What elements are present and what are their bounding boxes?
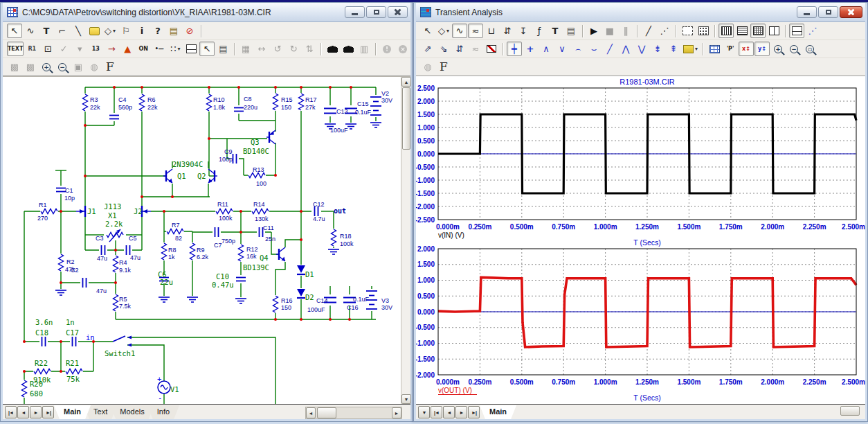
global-high[interactable]: ⋀: [618, 42, 633, 56]
properties[interactable]: ▤: [563, 24, 579, 38]
text-mode[interactable]: T: [39, 24, 54, 38]
line-mode[interactable]: ╲: [71, 24, 86, 38]
vip-display[interactable]: ✓: [56, 42, 71, 56]
vertical-scroll-thumb[interactable]: [402, 87, 410, 150]
analysis-titlebar[interactable]: Transient Analysis: [416, 3, 865, 22]
copy-to-clipboard[interactable]: ▩: [7, 60, 22, 74]
horizontal-scroll-track[interactable]: [316, 407, 392, 418]
horizontal-scroll-thumb[interactable]: [317, 407, 336, 418]
globe[interactable]: ◍: [420, 60, 435, 74]
schematic-horizontal-scrollbar[interactable]: ◄ ►: [305, 407, 402, 419]
power-display[interactable]: ▲: [120, 42, 135, 56]
next-tab-button[interactable]: ►: [455, 406, 467, 418]
node-snap[interactable]: •—: [152, 42, 167, 56]
digital-path[interactable]: ▤: [166, 24, 181, 38]
find-curve-dropdown-icon[interactable]: ▾: [446, 28, 449, 34]
help-badge[interactable]: !: [379, 42, 395, 56]
node-numbers[interactable]: ⊡: [40, 42, 55, 56]
select-all[interactable]: ▦: [238, 42, 253, 56]
border-display[interactable]: [183, 42, 199, 56]
select-mode[interactable]: ↖: [420, 24, 435, 38]
performance-tag[interactable]: ƒ: [532, 24, 547, 38]
x-axis-settings[interactable]: x↕: [739, 42, 754, 56]
camera[interactable]: ▣: [71, 60, 86, 74]
text-mode[interactable]: T: [548, 24, 563, 38]
zoom-out[interactable]: −: [55, 60, 70, 74]
panel-vertical[interactable]: [718, 24, 734, 38]
copy-picture[interactable]: ▩: [23, 60, 38, 74]
state-display[interactable]: ON: [136, 42, 151, 56]
ortho-wire-mode[interactable]: ⌐: [55, 24, 70, 38]
globe[interactable]: ◍: [87, 60, 102, 74]
pause[interactable]: ∥: [618, 24, 633, 38]
tab-info[interactable]: Info: [147, 405, 179, 419]
schematic-vertical-scrollbar[interactable]: ▲ ▼: [401, 77, 410, 404]
find-text[interactable]: [341, 42, 356, 56]
go-peak[interactable]: ∧: [539, 42, 554, 56]
default-component[interactable]: [87, 24, 102, 38]
restore-button[interactable]: [366, 6, 386, 18]
cursor-mode[interactable]: ≈: [468, 24, 483, 38]
font-label[interactable]: F: [102, 60, 118, 74]
go-inflection[interactable]: ╱: [602, 42, 617, 56]
help-mode[interactable]: ?: [150, 24, 165, 38]
draw-polyline[interactable]: ⋰: [657, 24, 672, 38]
cursor-track[interactable]: ┿: [507, 42, 522, 56]
font-label[interactable]: F: [436, 60, 451, 74]
cursor-point[interactable]: +: [523, 42, 538, 56]
waveform-canvas[interactable]: 2.5002.0001.5001.0000.5000.000-0.500-1.0…: [416, 76, 865, 404]
info-window[interactable]: ▥: [356, 42, 372, 56]
next-crossing[interactable]: ⇵: [452, 42, 467, 56]
select-region[interactable]: [680, 24, 695, 38]
prev-tab-button[interactable]: ◄: [443, 406, 455, 418]
numeric-output[interactable]: [707, 42, 722, 56]
flip-vertical[interactable]: ⇅: [302, 42, 317, 56]
schematic-titlebar[interactable]: C:\MC9\DATA\Petrov\switching distortion\…: [3, 3, 410, 22]
go-low[interactable]: ⌣: [586, 42, 602, 56]
find-part[interactable]: [325, 42, 340, 56]
scroll-up-button[interactable]: ▲: [401, 77, 411, 87]
xy-plot[interactable]: [484, 42, 499, 56]
text-stamp[interactable]: TEXT: [7, 42, 24, 56]
go-high[interactable]: ⌢: [570, 42, 586, 56]
last-tab-button[interactable]: ►|: [42, 406, 54, 418]
draw-line[interactable]: ╱: [641, 24, 656, 38]
last-tab-button[interactable]: ►|: [468, 406, 480, 418]
scroll-right-button[interactable]: ►: [392, 407, 401, 418]
y-axis-settings[interactable]: y↕: [754, 42, 770, 56]
pick-cursor[interactable]: ↖: [199, 42, 215, 56]
vertical-tag[interactable]: ⇵: [500, 24, 515, 38]
panel-horizontal[interactable]: [734, 24, 750, 38]
grid-display[interactable]: ∷▾: [168, 42, 183, 56]
select-mode[interactable]: ↖: [7, 24, 22, 38]
print-values[interactable]: 'P': [723, 42, 738, 56]
find-curve[interactable]: ◇▾: [436, 24, 451, 38]
panel-columns[interactable]: [766, 24, 781, 38]
tab-main[interactable]: Main: [480, 405, 516, 419]
properties[interactable]: ▤: [215, 42, 230, 56]
envelope-bottom[interactable]: ⇟: [650, 42, 665, 56]
scroll-left-button[interactable]: ◄: [306, 407, 316, 418]
analysis-scroll-thumb[interactable]: [840, 406, 860, 416]
waveform-buffer[interactable]: ▾: [682, 42, 699, 56]
split-panes[interactable]: [789, 24, 804, 38]
minimize-button[interactable]: [345, 6, 365, 18]
close-button[interactable]: [840, 6, 862, 18]
close-button[interactable]: [388, 6, 408, 18]
zoom-area[interactable]: ▫: [802, 42, 817, 56]
rotate-ccw[interactable]: ↺: [270, 42, 285, 56]
pin-numbers[interactable]: 13: [88, 42, 103, 56]
tab-list-dropdown-button[interactable]: ▼: [418, 406, 430, 418]
flag-mode[interactable]: ⚐: [118, 24, 134, 38]
current-display[interactable]: →: [104, 42, 119, 56]
tab-models[interactable]: Models: [110, 405, 154, 419]
next-fall[interactable]: ⇘: [436, 42, 451, 56]
run[interactable]: ▶: [586, 24, 602, 38]
close-badge[interactable]: ×: [395, 42, 410, 56]
vip-dropdown[interactable]: ▾: [72, 42, 87, 56]
data-points[interactable]: [696, 24, 711, 38]
grid-display-dropdown-icon[interactable]: ▾: [177, 46, 180, 52]
envelope-top[interactable]: ⇞: [666, 42, 681, 56]
global-low[interactable]: ⋁: [634, 42, 649, 56]
panel-grid[interactable]: [750, 24, 766, 38]
